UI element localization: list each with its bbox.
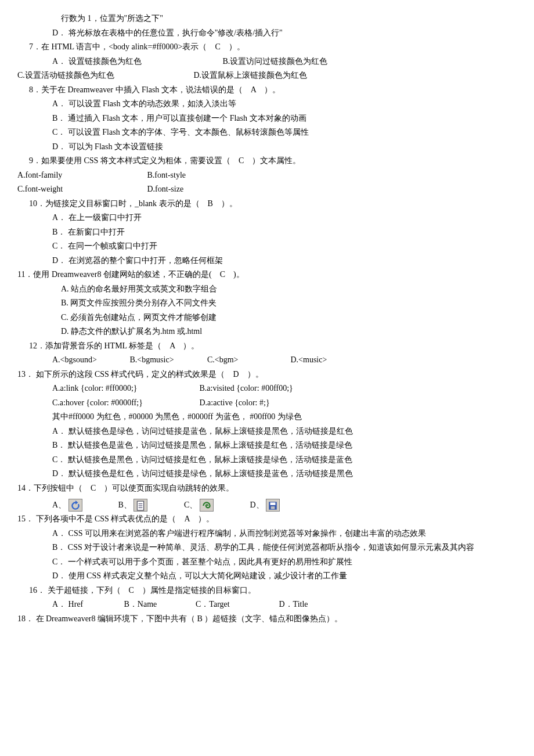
question-10-stem: 10．为链接定义目标窗口时，_blank 表示的是（ B ）。 xyxy=(29,197,517,211)
q16-option-a: A． Href xyxy=(52,597,122,612)
question-7-row2: C.设置活动链接颜色为红色 D.设置鼠标上滚链接颜色为红色 xyxy=(17,69,517,83)
q11-option-d: D. 静态文件的默认扩展名为.htm 或.html xyxy=(61,325,517,339)
q10-option-b: B． 在新窗口中打开 xyxy=(52,225,517,240)
option-text: 将光标放在表格中的任意位置，执行命令"修改/表格/插入行" xyxy=(68,28,283,37)
q11-option-a: A. 站点的命名最好用英文或英文和数字组合 xyxy=(61,282,517,297)
q14-label-a: A、 xyxy=(52,501,66,509)
q15-option-d: D． 使用 CSS 样式表定义整个站点，可以大大简化网站建设，减少设计者的工作量 xyxy=(52,569,517,584)
question-8-stem: 8．关于在 Dreamweaver 中插入 Flash 文本，说法错误的是（ A… xyxy=(29,83,517,98)
q13-code-a: A.a:link {color: #ff0000;} xyxy=(52,381,197,396)
q15-option-a: A． CSS 可以用来在浏览器的客户端进行程序编制，从而控制浏览器等对象操作，创… xyxy=(52,527,517,541)
q10-option-c: C． 在同一个帧或窗口中打开 xyxy=(52,239,517,254)
refresh-page-icon xyxy=(68,499,82,512)
q11-option-b: B. 网页文件应按照分类分别存入不同文件夹 xyxy=(61,296,517,311)
q16-option-b: B．Name xyxy=(124,597,194,612)
q13-code-c: C.a:hover {color: #0000ff;} xyxy=(52,396,197,411)
q14-label-b: B、 xyxy=(118,501,132,509)
save-disk-icon xyxy=(266,499,280,512)
q12-option-b: B.<bgmusic> xyxy=(130,353,205,368)
q10-option-a: A． 在上一级窗口中打开 xyxy=(52,211,517,225)
q9-option-a: A.font-family xyxy=(17,168,145,183)
q11-option-c: C. 必须首先创建站点，网页文件才能够创建 xyxy=(61,311,517,325)
q8-option-b: B． 通过插入 Flash 文本，用户可以直接创建一个 Flash 文本对象的动… xyxy=(52,111,517,126)
q13-option-b: B． 默认链接色是蓝色，访问过链接是黑色，鼠标上滚链接是红色，活动链接是绿色 xyxy=(52,438,517,453)
q13-option-c: C． 默认链接色是黑色，访问过链接是红色，鼠标上滚链接是绿色，活动链接是蓝色 xyxy=(52,453,517,467)
q13-code-b: B.a:visited {color: #00ff00;} xyxy=(200,381,293,396)
question-7-row1: A． 设置链接颜色为红色 B.设置访问过链接颜色为红色 xyxy=(52,55,517,69)
question-9-row1: A.font-family B.font-style xyxy=(17,168,517,183)
q10-option-d: D． 在浏览器的整个窗口中打开，忽略任何框架 xyxy=(52,254,517,268)
question-7-stem: 7．在 HTML 语言中，<body alink=#ff0000>表示（ C ）… xyxy=(29,40,517,55)
q15-option-b: B． CSS 对于设计者来说是一种简单、灵活、易学的工具，能使任何浏览器都听从指… xyxy=(52,541,517,555)
q13-option-a: A． 默认链接色是绿色，访问过链接是蓝色，鼠标上滚链接是黑色，活动链接是红色 xyxy=(52,424,517,439)
q15-option-c: C． 一个样式表可以用于多个页面，甚至整个站点，因此具有更好的易用性和扩展性 xyxy=(52,555,517,570)
svg-rect-6 xyxy=(271,506,275,509)
q13-code-row2: C.a:hover {color: #0000ff;} D.a:active {… xyxy=(52,396,517,411)
question-18-stem: 18． 在 Dreamweaver8 编辑环境下，下图中共有（ B ）超链接（文… xyxy=(17,612,517,627)
svg-rect-5 xyxy=(270,503,276,506)
question-9-row2: C.font-weight D.font-size xyxy=(17,182,517,197)
question-13-stem: 13． 如下所示的这段 CSS 样式代码，定义的样式效果是（ D ）。 xyxy=(17,368,517,382)
q12-option-d: D.<music> xyxy=(291,353,327,368)
q13-note: 其中#ff0000 为红色，#00000 为黑色，#0000ff 为蓝色， #0… xyxy=(52,410,517,424)
q9-option-d: D.font-size xyxy=(147,182,184,197)
question-14-options: A、 B、 C、 D、 xyxy=(52,498,517,512)
q14-label-d: D、 xyxy=(250,501,264,509)
prev-option-d: D． 将光标放在表格中的任意位置，执行命令"修改/表格/插入行" xyxy=(52,26,517,41)
swirl-redirect-icon xyxy=(200,499,214,512)
q14-label-c: C、 xyxy=(184,501,197,509)
question-12-options: A.<bgsound> B.<bgmusic> C.<bgm> D.<music… xyxy=(52,353,517,368)
q8-option-c: C． 可以设置 Flash 文本的字体、字号、文本颜色、鼠标转滚颜色等属性 xyxy=(52,125,517,140)
q7-option-c: C.设置活动链接颜色为红色 xyxy=(17,69,192,83)
prev-question-continuation: 行数为 1，位置为"所选之下" xyxy=(61,12,517,26)
q9-option-c: C.font-weight xyxy=(17,182,145,197)
q13-option-d: D． 默认链接色是红色，访问过链接是绿色，鼠标上滚链接是蓝色，活动链接是黑色 xyxy=(52,467,517,481)
question-16-options: A． Href B．Name C．Target D．Title xyxy=(52,597,517,612)
q9-option-b: B.font-style xyxy=(147,168,186,183)
option-label: D． xyxy=(52,28,66,37)
q7-option-d: D.设置鼠标上滚链接颜色为红色 xyxy=(194,69,308,83)
q7-option-a: A． 设置链接颜色为红色 xyxy=(52,55,221,69)
document-icon xyxy=(134,499,147,512)
question-9-stem: 9．如果要使用 CSS 将文本样式定义为粗体，需要设置（ C ）文本属性。 xyxy=(29,154,517,168)
question-15-stem: 15． 下列各项中不是 CSS 样式表优点的是（ A ）。 xyxy=(17,512,517,527)
q13-code-d: D.a:active {color: #;} xyxy=(200,396,270,411)
question-11-stem: 11．使用 Dreamweaver8 创建网站的叙述，不正确的是( C )。 xyxy=(17,268,517,282)
q7-option-b: B.设置访问过链接颜色为红色 xyxy=(223,55,328,69)
q13-code-row1: A.a:link {color: #ff0000;} B.a:visited {… xyxy=(52,381,517,396)
q8-option-d: D． 可以为 Flash 文本设置链接 xyxy=(52,140,517,154)
question-16-stem: 16． 关于超链接，下列（ C ）属性是指定链接的目标窗口。 xyxy=(29,584,517,598)
q16-option-c: C．Target xyxy=(196,597,277,612)
question-12-stem: 12．添加背景音乐的 HTML 标签是（ A ）。 xyxy=(29,339,517,354)
q16-option-d: D．Title xyxy=(279,597,308,612)
q8-option-a: A． 可以设置 Flash 文本的动态效果，如淡入淡出等 xyxy=(52,97,517,111)
q12-option-c: C.<bgm> xyxy=(207,353,288,368)
question-14-stem: 14．下列按钮中（ C ）可以使页面实现自动跳转的效果。 xyxy=(17,481,517,496)
q12-option-a: A.<bgsound> xyxy=(52,353,128,368)
